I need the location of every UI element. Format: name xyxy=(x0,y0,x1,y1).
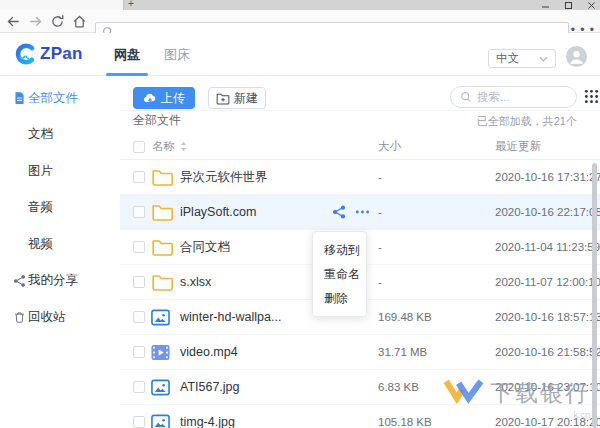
sidebar-item-label: 文档 xyxy=(28,126,53,143)
sidebar-item-6[interactable]: 回收站 xyxy=(0,299,120,336)
context-menu-item[interactable]: 移动到 xyxy=(313,238,366,262)
file-size: - xyxy=(359,171,476,183)
zpan-logo-icon xyxy=(13,42,37,66)
upload-button[interactable]: 上传 xyxy=(133,87,195,109)
new-folder-icon xyxy=(216,92,230,105)
browser-tab-strip: + xyxy=(0,0,600,10)
file-table-header: 名称 大小 最近更新 xyxy=(120,134,600,160)
row-actions xyxy=(332,195,370,229)
folder-icon xyxy=(151,203,174,222)
file-row[interactable]: 异次元软件世界 - 2020-10-16 17:31:27 xyxy=(120,160,600,195)
sidebar-item-0[interactable]: 全部文件 xyxy=(0,80,120,117)
file-name[interactable]: video.mp4 xyxy=(180,345,359,359)
more-actions-icon[interactable] xyxy=(355,205,370,219)
video-file-icon xyxy=(151,343,170,362)
zpan-logo[interactable]: ZPan xyxy=(13,42,83,66)
sidebar-item-4[interactable]: 视频 xyxy=(0,226,120,263)
search-icon xyxy=(460,91,472,103)
row-checkbox[interactable] xyxy=(133,416,145,428)
trash-icon xyxy=(13,311,26,324)
sidebar-item-label: 我的分享 xyxy=(28,272,78,289)
folder-icon xyxy=(151,168,174,187)
row-checkbox[interactable] xyxy=(133,206,145,218)
context-menu-item[interactable]: 重命名 xyxy=(313,262,366,286)
file-updated: 2020-11-07 12:00:10 xyxy=(476,276,600,288)
file-updated: 2020-10-16 17:31:27 xyxy=(476,171,600,183)
sidebar: 全部文件 文档 xyxy=(0,76,120,428)
row-checkbox[interactable] xyxy=(133,311,145,323)
forward-icon[interactable] xyxy=(28,14,43,29)
refresh-icon[interactable] xyxy=(50,14,65,29)
grid-view-icon[interactable] xyxy=(584,89,599,104)
browser-active-tab[interactable] xyxy=(0,0,124,10)
file-updated: 2020-10-16 22:17:05 xyxy=(476,206,600,218)
new-tab-button[interactable]: + xyxy=(128,0,134,9)
file-row[interactable]: video.mp4 31.71 MB 2020-10-16 21:58:52 xyxy=(120,335,600,370)
column-updated[interactable]: 最近更新 xyxy=(476,139,600,154)
image-file-icon xyxy=(151,378,170,397)
watermark-logo-icon xyxy=(443,377,485,409)
scrollbar-thumb[interactable] xyxy=(592,163,597,428)
file-size: - xyxy=(359,206,476,218)
screen: + • • • xyxy=(0,0,600,428)
share-file-icon[interactable] xyxy=(332,205,346,219)
image-file-icon xyxy=(151,308,170,327)
cloud-upload-icon xyxy=(143,93,157,104)
browser-toolbar: • • • xyxy=(0,10,600,33)
file-icon xyxy=(13,91,26,105)
search-box xyxy=(450,86,577,108)
context-menu: 移动到重命名删除 xyxy=(312,231,367,317)
app-header: ZPan 网盘 图床 中文 xyxy=(0,33,600,76)
watermark-text: 下载银行 xyxy=(490,378,590,409)
file-updated: 2020-10-16 21:58:52 xyxy=(476,346,600,358)
back-icon[interactable] xyxy=(6,14,21,29)
file-name[interactable]: timg-4.jpg xyxy=(180,415,359,428)
file-name[interactable]: ATI567.jpg xyxy=(180,380,359,394)
folder-icon xyxy=(151,238,174,257)
sort-icon[interactable] xyxy=(180,141,187,152)
sidebar-item-1[interactable]: 文档 xyxy=(0,117,120,154)
search-input[interactable] xyxy=(477,91,569,103)
new-button[interactable]: 新建 xyxy=(208,87,266,109)
sidebar-item-3[interactable]: 音频 xyxy=(0,190,120,227)
file-name[interactable]: 异次元软件世界 xyxy=(180,169,359,186)
home-icon[interactable] xyxy=(72,14,87,29)
column-name[interactable]: 名称 xyxy=(152,139,175,154)
chevron-down-icon xyxy=(539,56,548,62)
file-updated: 2020-11-04 11:23:59 xyxy=(476,241,600,253)
sidebar-item-label: 图片 xyxy=(28,163,53,180)
avatar[interactable] xyxy=(565,45,588,72)
context-menu-item[interactable]: 删除 xyxy=(313,286,366,310)
column-size[interactable]: 大小 xyxy=(359,139,476,154)
file-size: 169.48 KB xyxy=(359,311,476,323)
close-icon[interactable] xyxy=(588,1,596,9)
sidebar-item-label: 音频 xyxy=(28,199,53,216)
watermark-url: k.cn xyxy=(573,410,590,420)
share-icon xyxy=(13,274,26,287)
tab-netdisk[interactable]: 网盘 xyxy=(106,46,148,64)
logo-text: ZPan xyxy=(40,44,83,64)
sidebar-item-2[interactable]: 图片 xyxy=(0,153,120,190)
watermark: 下载银行 k.cn xyxy=(443,377,590,420)
folder-icon xyxy=(151,273,174,292)
row-checkbox[interactable] xyxy=(133,276,145,288)
breadcrumb[interactable]: 全部文件 xyxy=(133,112,181,129)
minimize-icon[interactable] xyxy=(542,1,550,9)
tab-imagehost[interactable]: 图床 xyxy=(156,46,198,64)
maximize-icon[interactable] xyxy=(565,1,573,9)
row-checkbox[interactable] xyxy=(133,171,145,183)
image-file-icon xyxy=(151,413,170,428)
file-updated: 2020-10-16 18:57:13 xyxy=(476,311,600,323)
load-status: 已全部加载，共21个 xyxy=(477,114,577,129)
upload-label: 上传 xyxy=(161,90,185,107)
row-checkbox[interactable] xyxy=(133,241,145,253)
language-selector[interactable]: 中文 xyxy=(488,49,556,68)
row-checkbox[interactable] xyxy=(133,381,145,393)
row-checkbox[interactable] xyxy=(133,346,145,358)
sidebar-item-5[interactable]: 我的分享 xyxy=(0,263,120,300)
file-size: - xyxy=(359,276,476,288)
sidebar-item-label: 视频 xyxy=(28,236,53,253)
select-all-checkbox[interactable] xyxy=(133,141,145,153)
file-row[interactable]: iPlaySoft.com - 2020-10-16 22:17:05 xyxy=(120,195,600,230)
file-size: - xyxy=(359,241,476,253)
